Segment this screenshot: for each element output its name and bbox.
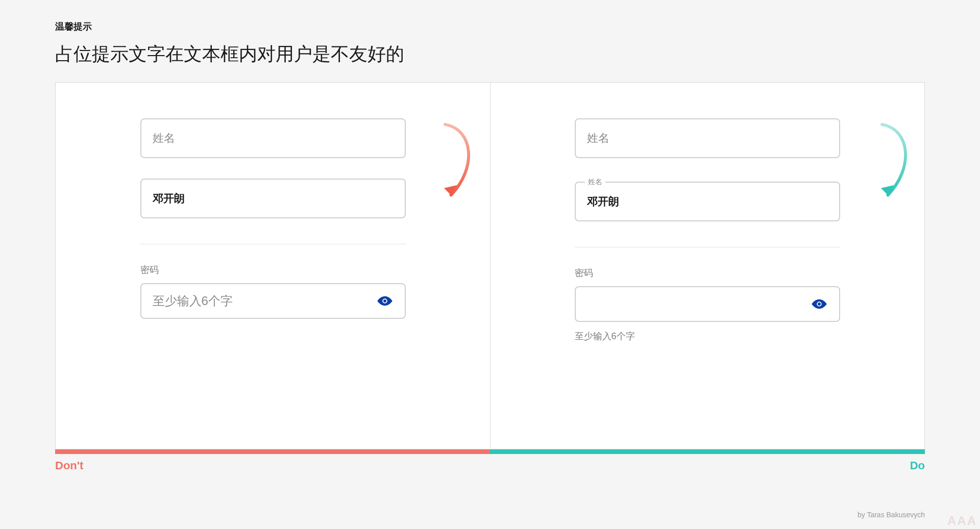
- comparison-card: 姓名 邓开朗 密码: [55, 82, 925, 449]
- svg-point-2: [383, 299, 386, 303]
- section-divider: [140, 244, 406, 244]
- dont-name-input-filled[interactable]: 邓开朗: [140, 179, 406, 218]
- placeholder-text: 姓名: [587, 131, 609, 146]
- do-bar: [490, 449, 925, 454]
- password-helper: 至少输入6个字: [575, 330, 840, 342]
- do-panel: 姓名 姓名 邓开朗 密码: [490, 83, 924, 449]
- dont-panel: 姓名 邓开朗 密码: [56, 83, 490, 449]
- dont-caption: Don't: [55, 459, 490, 472]
- watermark: AAA: [947, 514, 977, 528]
- dont-bar: [55, 449, 490, 454]
- eyebrow: 温馨提示: [55, 20, 925, 33]
- arrow-icon: [878, 119, 918, 206]
- eye-icon[interactable]: [376, 295, 394, 307]
- password-label: 密码: [575, 267, 840, 279]
- placeholder-text: 至少输入6个字: [153, 293, 233, 309]
- svg-point-5: [818, 303, 821, 306]
- password-label: 密码: [140, 264, 406, 276]
- section-divider: [575, 247, 840, 247]
- arrow-icon: [441, 119, 481, 206]
- captions-row: Don't Do: [55, 459, 925, 472]
- eye-icon[interactable]: [811, 298, 828, 310]
- input-value: 邓开朗: [153, 191, 185, 206]
- do-password-input[interactable]: [575, 286, 840, 322]
- do-name-input-filled[interactable]: 姓名 邓开朗: [575, 182, 840, 221]
- page-title: 占位提示文字在文本框内对用户是不友好的: [55, 42, 925, 67]
- dont-password-input[interactable]: 至少输入6个字: [140, 283, 406, 319]
- credit-text: by Taras Bakusevych: [857, 511, 925, 519]
- bottom-bars: [55, 449, 925, 454]
- do-name-input-empty[interactable]: 姓名: [575, 118, 840, 158]
- page-root: 温馨提示 占位提示文字在文本框内对用户是不友好的 姓名 邓开朗: [0, 0, 980, 529]
- input-value: 邓开朗: [587, 194, 619, 209]
- floating-label: 姓名: [585, 178, 605, 187]
- dont-name-input-empty[interactable]: 姓名: [140, 118, 406, 158]
- do-caption: Do: [490, 459, 925, 472]
- placeholder-text: 姓名: [153, 131, 175, 146]
